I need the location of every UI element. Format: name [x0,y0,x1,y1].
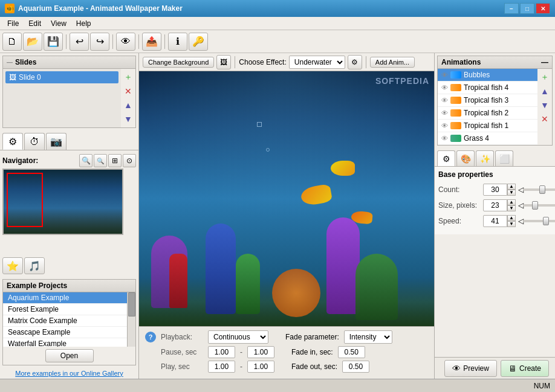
slide-item-0[interactable]: 🖼 Slide 0 [5,71,118,83]
reset-view-button[interactable]: ⊙ [123,154,136,167]
anim-eye-fish1[interactable]: 👁 [441,122,448,129]
size-down-button[interactable]: ▼ [507,205,516,211]
speed-input[interactable]: 41 [483,215,507,227]
speed-up-button[interactable]: ▲ [507,215,516,221]
anim-item-fish3[interactable]: 👁 Tropical fish 3 [438,94,537,107]
fade-param-select[interactable]: Intensity Size [344,330,392,344]
speed-down-button[interactable]: ▼ [507,221,516,227]
preview-small-button[interactable]: 👁 [116,33,135,51]
props-tab-palette[interactable]: 🎨 [456,150,475,166]
count-slider-thumb[interactable] [539,185,545,194]
redo-button[interactable]: ↪ [90,33,109,51]
anim-item-grass4[interactable]: 👁 Grass 4 [438,132,537,145]
add-slide-button[interactable]: ＋ [122,71,134,83]
add-anim-side-button[interactable]: ＋ [539,71,551,83]
pause-from-input[interactable] [208,346,235,358]
anim-eye-fish2[interactable]: 👁 [441,109,448,117]
anim-item-bubbles[interactable]: 👁 Bubbles [438,69,537,82]
anim-eye-fish4[interactable]: 👁 [441,84,448,91]
close-button[interactable]: ✕ [536,3,550,14]
props-tab-gear[interactable]: ⚙ [437,150,455,166]
play-dash: - [240,362,242,371]
music-button[interactable]: 🎵 [24,257,45,274]
anim-item-fish1[interactable]: 👁 Tropical fish 1 [438,120,537,132]
props-tab-frame[interactable]: ⬜ [495,150,513,166]
slide-up-button[interactable]: ▲ [122,99,134,111]
count-input[interactable]: 30 [483,184,507,196]
save-button[interactable]: 💾 [44,33,63,51]
props-tab-effect[interactable]: ✨ [476,150,494,166]
help-icon[interactable]: ? [145,332,156,342]
anim-thumb-bubbles [450,71,461,79]
zoom-in-button[interactable]: 🔍 [79,154,92,167]
anim-eye-bubbles[interactable]: 👁 [441,71,448,79]
pause-label: Pause, sec [161,348,203,356]
project-item-seascape[interactable]: Seascape Example [3,327,127,338]
project-item-waterfall[interactable]: Waterfall Example [3,338,127,347]
menu-file[interactable]: File [2,18,24,29]
add-animation-button[interactable]: Add Anim... [370,57,415,68]
pause-to-input[interactable] [247,346,274,358]
new-button[interactable]: 🗋 [2,33,22,51]
minimize-button[interactable]: − [504,3,519,14]
create-button[interactable]: 🖥 Create [501,360,549,377]
favorites-button[interactable]: ⭐ [2,257,23,274]
anim-down-button[interactable]: ▼ [539,99,551,111]
speed-slider[interactable] [523,220,555,222]
menu-help[interactable]: Help [71,18,96,29]
menu-edit[interactable]: Edit [24,18,46,29]
fit-button[interactable]: ⊞ [108,154,122,167]
playback-label: Playback: [161,333,203,341]
open-button[interactable]: 📂 [23,33,42,51]
undo-button[interactable]: ↩ [70,33,89,51]
speed-slider-thumb[interactable] [543,217,549,225]
play-to-input[interactable] [247,361,274,373]
project-item-aquarium[interactable]: Aquarium Example [3,292,127,304]
size-slider-thumb[interactable] [532,201,538,210]
count-down-button[interactable]: ▼ [507,190,516,196]
fade-in-input[interactable] [338,346,365,358]
canvas-area[interactable]: SOFTPEDIA [139,71,434,326]
project-item-matrix[interactable]: Matrix Code Example [3,315,127,327]
count-up-button[interactable]: ▲ [507,184,516,190]
play-from-input[interactable] [208,361,235,373]
export-button[interactable]: 📤 [142,33,161,51]
anim-item-fish2[interactable]: 👁 Tropical fish 2 [438,107,537,120]
preview-button[interactable]: 👁 Preview [444,360,497,377]
open-project-button[interactable]: Open [45,349,94,362]
tab-capture[interactable]: 📷 [46,133,67,150]
anim-eye-fish3[interactable]: 👁 [441,97,448,104]
anim-label-fish3: Tropical fish 3 [464,96,508,104]
project-item-forest[interactable]: Forest Example [3,304,127,315]
anim-label-fish4: Tropical fish 4 [464,83,508,92]
fade-in-label: Fade in, sec: [291,348,333,356]
remove-slide-button[interactable]: ✕ [122,85,134,97]
navigator-preview[interactable] [2,169,123,235]
project-scrollbar[interactable] [127,292,135,347]
fade-out-input[interactable] [342,361,369,373]
effect-icon[interactable]: ⚙ [348,55,362,69]
effect-select[interactable]: Underwater Rain Snow [289,56,345,69]
fav-music-row: ⭐ 🎵 [0,255,138,277]
settings-button[interactable]: 🔑 [189,33,208,51]
anim-item-fish4[interactable]: 👁 Tropical fish 4 [438,82,537,94]
tab-time[interactable]: ⏱ [24,133,45,150]
remove-anim-button[interactable]: ✕ [539,113,551,125]
size-slider[interactable] [523,204,555,207]
zoom-out-button[interactable]: 🔍 [94,154,107,167]
maximize-button[interactable]: □ [520,3,534,14]
anim-up-button[interactable]: ▲ [539,85,551,97]
online-gallery-link[interactable]: More examples in our Online Gallery [0,368,138,379]
count-slider[interactable] [523,188,555,191]
anim-label-bubbles: Bubbles [464,71,490,79]
size-input[interactable]: 23 [483,199,507,211]
size-up-button[interactable]: ▲ [507,199,516,205]
tab-properties[interactable]: ⚙ [2,133,23,150]
info-button[interactable]: ℹ [168,33,187,51]
playback-select[interactable]: Continuous Once Loop [208,330,268,344]
menu-view[interactable]: View [46,18,71,29]
change-background-button[interactable]: Change Background [143,57,214,68]
slide-down-button[interactable]: ▼ [122,113,134,125]
anim-eye-grass4[interactable]: 👁 [441,135,448,142]
background-icon[interactable]: 🖼 [216,55,231,69]
